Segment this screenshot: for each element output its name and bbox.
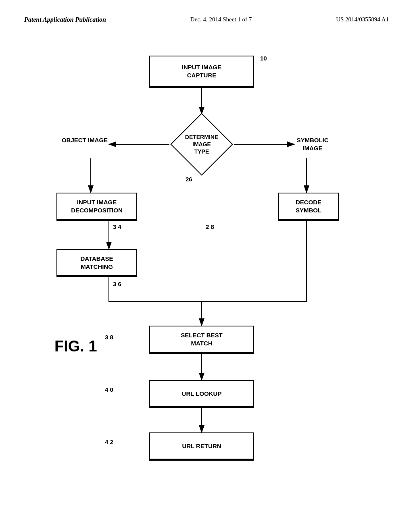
label-34: 3 4 (113, 223, 121, 230)
label-10: 10 (260, 55, 267, 62)
node-database-matching: DATABASEMATCHING (56, 249, 137, 277)
node-select-best-match: SELECT BESTMATCH (149, 326, 254, 354)
node-url-return: URL RETURN (149, 432, 254, 461)
label-42: 4 2 (105, 438, 113, 445)
node-input-image-decomposition: INPUT IMAGEDECOMPOSITION (56, 193, 137, 221)
page-header: Patent Application Publication Dec. 4, 2… (24, 16, 389, 23)
label-40: 4 0 (105, 386, 113, 393)
fig-label: FIG. 1 (54, 338, 97, 355)
publication-title: Patent Application Publication (24, 16, 106, 23)
node-url-lookup: URL LOOKUP (149, 380, 254, 408)
label-38: 3 8 (105, 334, 113, 341)
label-26: 26 (186, 176, 192, 183)
node-determine-image-type: DETERMINEIMAGETYPE (169, 116, 234, 172)
node-decode-symbol: DECODESYMBOL (278, 193, 339, 221)
label-object-image: OBJECT IMAGE (60, 136, 109, 144)
label-36: 3 6 (113, 281, 121, 287)
node-input-image-capture: INPUT IMAGE CAPTURE (149, 56, 254, 88)
diagram-area: INPUT IMAGE CAPTURE 10 DETERMINEIMAGETYP… (24, 35, 389, 479)
label-symbolic-image: SYMBOLICIMAGE (286, 136, 339, 152)
publication-date: Dec. 4, 2014 Sheet 1 of 7 (190, 16, 252, 23)
publication-number: US 2014/0355894 A1 (336, 16, 389, 23)
page: Patent Application Publication Dec. 4, 2… (0, 0, 413, 532)
label-28: 2 8 (206, 223, 214, 230)
